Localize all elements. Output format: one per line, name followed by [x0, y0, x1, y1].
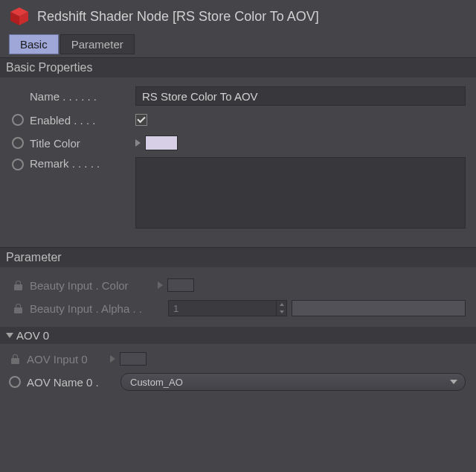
- beauty-alpha-slider: [292, 300, 466, 316]
- name-input[interactable]: [135, 86, 466, 106]
- label-beauty-alpha: Beauty Input . Alpha . .: [25, 302, 168, 315]
- anim-toggle-titlecolor[interactable]: [10, 135, 25, 150]
- expand-icon[interactable]: [135, 139, 141, 147]
- panel-title: Redshift Shader Node [RS Store Color To …: [37, 9, 319, 25]
- aov-name0-dropdown[interactable]: Custom_AO: [120, 373, 466, 391]
- lock-icon: [14, 281, 22, 290]
- lock-icon: [14, 304, 22, 313]
- row-beauty-alpha: Beauty Input . Alpha . . 1: [10, 299, 466, 317]
- label-aov-input0: AOV Input 0: [22, 353, 110, 366]
- enabled-checkbox[interactable]: [135, 114, 147, 126]
- row-enabled: Enabled . . . .: [10, 111, 466, 129]
- section-param-header: Parameter: [0, 247, 476, 267]
- lock-beauty-color: [10, 278, 25, 293]
- section-basic-body: Name . . . . . . Enabled . . . . Title C…: [0, 77, 476, 247]
- aov-name0-value: Custom_AO: [130, 377, 183, 388]
- row-remark: Remark . . . . .: [10, 157, 466, 229]
- label-aov-name0: AOV Name 0 .: [22, 376, 120, 389]
- tab-basic[interactable]: Basic: [9, 34, 59, 54]
- anim-toggle-aovname0[interactable]: [7, 374, 22, 389]
- row-name: Name . . . . . .: [10, 86, 466, 106]
- beauty-alpha-field: 1: [168, 300, 287, 316]
- group-aov0-label: AOV 0: [16, 329, 49, 342]
- anim-slot-empty: [10, 89, 25, 103]
- row-aov-name0: AOV Name 0 . Custom_AO: [7, 373, 466, 391]
- label-remark: Remark . . . . .: [25, 157, 135, 170]
- group-aov0[interactable]: AOV 0: [0, 327, 476, 344]
- label-enabled: Enabled . . . .: [25, 114, 135, 127]
- row-titlecolor: Title Color: [10, 134, 466, 152]
- expand-icon: [158, 281, 163, 289]
- tab-bar: Basic Parameter: [0, 34, 476, 57]
- aov-input0-swatch: [120, 352, 147, 366]
- label-beauty-color: Beauty Input . Color: [25, 279, 158, 292]
- expand-icon: [110, 355, 115, 363]
- redshift-cube-icon: [9, 6, 30, 27]
- beauty-color-swatch: [167, 278, 194, 292]
- lock-icon: [11, 354, 19, 364]
- shader-node-panel: Redshift Shader Node [RS Store Color To …: [0, 0, 476, 472]
- panel-header: Redshift Shader Node [RS Store Color To …: [0, 0, 476, 34]
- row-aov-input0: AOV Input 0: [7, 350, 466, 368]
- lock-aov-input0: [7, 351, 22, 366]
- beauty-alpha-value: 1: [173, 303, 178, 314]
- anim-toggle-remark[interactable]: [10, 157, 25, 172]
- anim-toggle-enabled[interactable]: [10, 112, 25, 127]
- remark-textarea[interactable]: [135, 157, 466, 229]
- titlecolor-swatch[interactable]: [145, 135, 178, 150]
- group-aov0-body: AOV Input 0 AOV Name 0 . Custom_AO: [0, 344, 476, 409]
- row-beauty-color: Beauty Input . Color: [10, 276, 466, 294]
- section-param-body: Beauty Input . Color Beauty Input . Alph…: [0, 267, 476, 327]
- label-name: Name . . . . . .: [25, 90, 135, 103]
- section-basic-header: Basic Properties: [0, 57, 476, 77]
- chevron-down-icon: [6, 333, 13, 338]
- spinner: [276, 301, 286, 316]
- lock-beauty-alpha: [10, 301, 25, 316]
- label-titlecolor: Title Color: [25, 137, 135, 150]
- tab-parameter[interactable]: Parameter: [60, 34, 135, 54]
